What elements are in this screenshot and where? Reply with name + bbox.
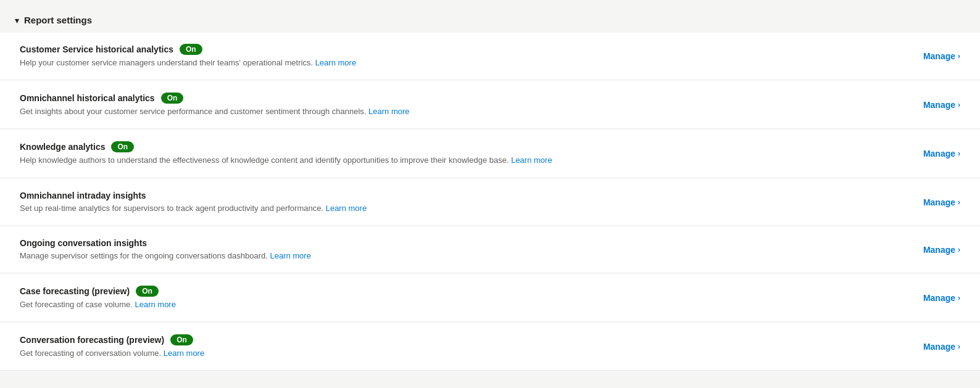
setting-name: Case forecasting (preview) <box>20 286 130 296</box>
setting-description: Manage supervisor settings for the ongoi… <box>20 250 903 262</box>
manage-button[interactable]: Manage› <box>923 149 960 159</box>
setting-description: Set up real-time analytics for superviso… <box>20 203 903 214</box>
setting-title-row: Case forecasting (preview)On <box>20 286 903 297</box>
learn-more-link[interactable]: Learn more <box>326 204 367 213</box>
learn-more-link[interactable]: Learn more <box>368 107 409 116</box>
manage-button[interactable]: Manage› <box>923 197 960 207</box>
setting-description: Help your customer service managers unde… <box>20 57 903 68</box>
on-badge: On <box>161 93 184 104</box>
manage-label: Manage <box>923 197 955 207</box>
on-badge: On <box>170 334 193 345</box>
manage-label: Manage <box>923 342 955 352</box>
setting-left: Customer Service historical analyticsOnH… <box>20 44 903 68</box>
setting-title-row: Omnichannel historical analyticsOn <box>20 93 903 104</box>
section-header[interactable]: ▾ Report settings <box>0 10 980 33</box>
setting-row: Omnichannel intraday insightsSet up real… <box>0 180 980 226</box>
setting-left: Conversation forecasting (preview)OnGet … <box>20 334 903 359</box>
learn-more-link[interactable]: Learn more <box>135 300 175 309</box>
manage-label: Manage <box>923 149 955 159</box>
setting-description: Get forecasting of case volume. Learn mo… <box>20 299 903 310</box>
setting-row: Case forecasting (preview)OnGet forecast… <box>0 274 980 322</box>
manage-button[interactable]: Manage› <box>923 51 960 61</box>
learn-more-link[interactable]: Learn more <box>511 155 552 165</box>
setting-title-row: Omnichannel intraday insights <box>20 191 903 200</box>
section-title: Report settings <box>24 15 92 25</box>
manage-label: Manage <box>923 245 955 255</box>
chevron-right-icon: › <box>958 149 960 158</box>
chevron-right-icon: › <box>958 52 960 60</box>
chevron-right-icon: › <box>958 101 960 109</box>
setting-left: Omnichannel intraday insightsSet up real… <box>20 191 903 214</box>
manage-label: Manage <box>923 51 955 61</box>
chevron-right-icon: › <box>958 246 960 254</box>
setting-title-row: Knowledge analyticsOn <box>20 141 903 152</box>
on-badge: On <box>180 44 202 55</box>
manage-label: Manage <box>923 100 955 110</box>
chevron-right-icon: › <box>958 294 960 302</box>
setting-left: Case forecasting (preview)OnGet forecast… <box>20 286 903 310</box>
setting-left: Omnichannel historical analyticsOnGet in… <box>20 93 903 117</box>
chevron-down-icon: ▾ <box>15 15 19 25</box>
setting-row: Omnichannel historical analyticsOnGet in… <box>0 81 980 129</box>
on-badge: On <box>111 141 134 152</box>
setting-name: Conversation forecasting (preview) <box>20 335 164 345</box>
learn-more-link[interactable]: Learn more <box>270 251 310 260</box>
setting-description: Help knowledge authors to understand the… <box>20 155 903 166</box>
learn-more-link[interactable]: Learn more <box>315 58 356 67</box>
setting-name: Omnichannel intraday insights <box>20 191 146 200</box>
setting-title-row: Customer Service historical analyticsOn <box>20 44 903 55</box>
chevron-right-icon: › <box>958 342 960 351</box>
setting-row: Knowledge analyticsOnHelp knowledge auth… <box>0 130 980 178</box>
manage-button[interactable]: Manage› <box>923 100 960 110</box>
setting-name: Knowledge analytics <box>20 142 105 152</box>
setting-description: Get insights about your customer service… <box>20 106 903 117</box>
setting-name: Ongoing conversation insights <box>20 238 147 248</box>
setting-title-row: Ongoing conversation insights <box>20 238 903 248</box>
setting-row: Customer Service historical analyticsOnH… <box>0 33 980 80</box>
manage-button[interactable]: Manage› <box>923 293 960 303</box>
settings-list: Customer Service historical analyticsOnH… <box>0 33 980 371</box>
page-container: ▾ Report settings Customer Service histo… <box>0 0 980 382</box>
setting-row: Ongoing conversation insightsManage supe… <box>0 227 980 273</box>
setting-title-row: Conversation forecasting (preview)On <box>20 334 903 345</box>
setting-name: Omnichannel historical analytics <box>20 93 155 103</box>
manage-button[interactable]: Manage› <box>923 245 960 255</box>
setting-left: Knowledge analyticsOnHelp knowledge auth… <box>20 141 903 166</box>
setting-name: Customer Service historical analytics <box>20 44 173 54</box>
manage-button[interactable]: Manage› <box>923 342 960 352</box>
chevron-right-icon: › <box>958 198 960 207</box>
setting-row: Conversation forecasting (preview)OnGet … <box>0 323 980 371</box>
manage-label: Manage <box>923 293 955 303</box>
on-badge: On <box>136 286 159 297</box>
setting-left: Ongoing conversation insightsManage supe… <box>20 238 903 262</box>
setting-description: Get forecasting of conversation volume. … <box>20 348 903 359</box>
learn-more-link[interactable]: Learn more <box>164 349 204 358</box>
